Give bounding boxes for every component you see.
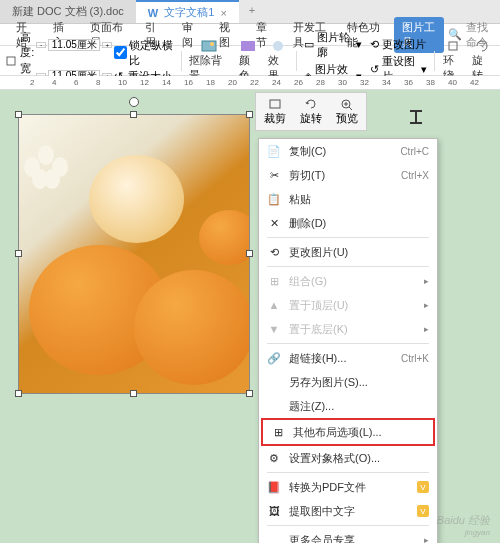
bring-front-icon: ▲: [267, 299, 281, 311]
horizontal-ruler: 24681012141618202224262830323436384042: [0, 76, 500, 90]
height-input[interactable]: [48, 39, 100, 51]
ruler-mark: 28: [316, 78, 325, 87]
ruler-mark: 40: [448, 78, 457, 87]
svg-point-4: [273, 41, 283, 51]
resize-handle-br[interactable]: [246, 390, 253, 397]
chevron-right-icon: ▸: [424, 300, 429, 310]
cut-icon: ✂: [267, 169, 281, 182]
resize-handle-ml[interactable]: [15, 250, 22, 257]
svg-rect-5: [449, 42, 457, 50]
ruler-mark: 14: [162, 78, 171, 87]
selected-image[interactable]: [18, 114, 250, 394]
menu-paste[interactable]: 📋粘贴: [259, 187, 437, 211]
svg-point-2: [210, 42, 214, 46]
ruler-mark: 2: [30, 78, 34, 87]
menu-caption[interactable]: 题注(Z)...: [259, 394, 437, 418]
svg-rect-3: [241, 41, 255, 51]
change-pic-icon: ⟲: [267, 246, 281, 259]
menu-send-back: ▼置于底层(K)▸: [259, 317, 437, 341]
menu-extract-text[interactable]: 🖼提取图中文字V: [259, 499, 437, 523]
link-icon: 🔗: [267, 352, 281, 365]
pic-outline-button[interactable]: ▭图片轮廓▾: [301, 29, 365, 61]
text-cursor: [415, 110, 417, 124]
vip-badge: V: [417, 505, 429, 517]
group-icon: ⊞: [267, 275, 281, 288]
menu-group: ⊞组合(G)▸: [259, 269, 437, 293]
ruler-mark: 24: [272, 78, 281, 87]
ruler-mark: 10: [118, 78, 127, 87]
ruler-mark: 38: [426, 78, 435, 87]
menu-delete[interactable]: ✕删除(D): [259, 211, 437, 235]
rotate-button[interactable]: 旋转: [294, 95, 328, 128]
spinner[interactable]: -: [36, 42, 46, 48]
ruler-mark: 42: [470, 78, 479, 87]
chevron-right-icon: ▸: [424, 324, 429, 334]
ruler-mark: 12: [140, 78, 149, 87]
resize-handle-bl[interactable]: [15, 390, 22, 397]
vip-badge: V: [417, 481, 429, 493]
menu-change-pic[interactable]: ⟲更改图片(U): [259, 240, 437, 264]
menu-hyperlink[interactable]: 🔗超链接(H)...Ctrl+K: [259, 346, 437, 370]
copy-icon: 📄: [267, 145, 281, 158]
toolbar: 高度: - + 宽度: - + 锁定纵横比 ↺重设大小 抠除背景 颜色 效果 ▭…: [0, 46, 500, 76]
layout-icon: ⊞: [271, 426, 285, 439]
crop-icon[interactable]: [4, 53, 18, 69]
change-pic-button[interactable]: ⟲更改图片: [367, 36, 430, 53]
resize-handle-tl[interactable]: [15, 111, 22, 118]
menu-bring-top: ▲置于顶层(U)▸: [259, 293, 437, 317]
resize-handle-tr[interactable]: [246, 111, 253, 118]
context-menu: 📄复制(C)Ctrl+C ✂剪切(T)Ctrl+X 📋粘贴 ✕删除(D) ⟲更改…: [258, 138, 438, 543]
ruler-mark: 32: [360, 78, 369, 87]
chevron-right-icon: ▸: [424, 535, 429, 543]
rotation-handle[interactable]: [129, 97, 139, 107]
resize-handle-tm[interactable]: [130, 111, 137, 118]
document-canvas: 裁剪 旋转 预览 📄复制(C)Ctrl+C ✂剪切(T)Ctrl+X 📋粘贴 ✕…: [0, 90, 500, 543]
menu-to-pdf[interactable]: 📕转换为PDF文件V: [259, 475, 437, 499]
lock-ratio-checkbox[interactable]: 锁定纵横比: [114, 38, 176, 68]
ruler-mark: 4: [52, 78, 56, 87]
spinner[interactable]: +: [102, 42, 112, 48]
ruler-mark: 34: [382, 78, 391, 87]
menu-cut[interactable]: ✂剪切(T)Ctrl+X: [259, 163, 437, 187]
ruler-mark: 16: [184, 78, 193, 87]
pdf-icon: 📕: [267, 481, 281, 494]
ruler-mark: 8: [96, 78, 100, 87]
send-back-icon: ▼: [267, 323, 281, 335]
menu-other-layout[interactable]: ⊞其他布局选项(L)...: [263, 420, 433, 444]
svg-rect-0: [7, 57, 15, 65]
crop-button[interactable]: 裁剪: [258, 95, 292, 128]
resize-handle-mr[interactable]: [246, 250, 253, 257]
paste-icon: 📋: [267, 193, 281, 206]
chevron-right-icon: ▸: [424, 276, 429, 286]
svg-rect-1: [202, 41, 216, 51]
menu-more-vip[interactable]: 更多会员专享▸: [259, 528, 437, 543]
ruler-mark: 26: [294, 78, 303, 87]
menu-save-as[interactable]: 另存为图片(S)...: [259, 370, 437, 394]
svg-rect-6: [270, 100, 280, 108]
ruler-mark: 30: [338, 78, 347, 87]
preview-button[interactable]: 预览: [330, 95, 364, 128]
watermark: Baidu 经验 jingyan: [437, 512, 490, 537]
height-label: 高度:: [20, 30, 34, 60]
menu-copy[interactable]: 📄复制(C)Ctrl+C: [259, 139, 437, 163]
menu-format-obj[interactable]: ⚙设置对象格式(O)...: [259, 446, 437, 470]
image-content: [19, 115, 249, 393]
ruler-mark: 18: [206, 78, 215, 87]
resize-handle-bm[interactable]: [130, 390, 137, 397]
delete-icon: ✕: [267, 217, 281, 230]
ruler-mark: 22: [250, 78, 259, 87]
ocr-icon: 🖼: [267, 505, 281, 517]
format-icon: ⚙: [267, 452, 281, 465]
floating-toolbar: 裁剪 旋转 预览: [255, 92, 367, 131]
ruler-mark: 6: [74, 78, 78, 87]
ruler-mark: 20: [228, 78, 237, 87]
ruler-mark: 36: [404, 78, 413, 87]
svg-line-8: [349, 107, 352, 110]
